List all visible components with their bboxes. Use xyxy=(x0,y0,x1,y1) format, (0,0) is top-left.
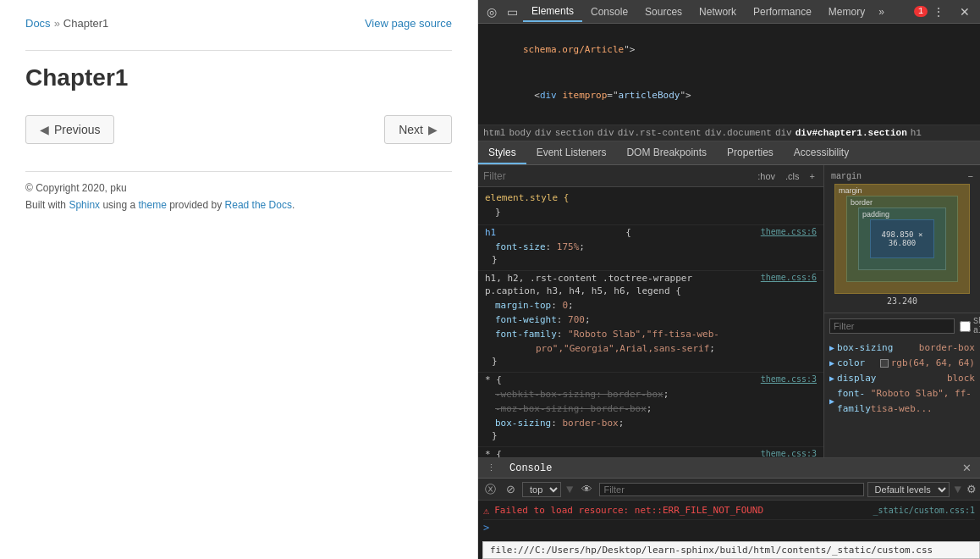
styles-filter-input[interactable] xyxy=(483,170,751,182)
computed-value-box-sizing: border-box xyxy=(919,340,975,356)
path-div[interactable]: div xyxy=(535,128,552,138)
rule-selector-h1h2: h1, h2, .rst-content .toctree-wrapper th… xyxy=(485,273,817,284)
console-close-btn[interactable]: ✕ xyxy=(957,462,977,474)
show-all-checkbox[interactable] xyxy=(960,321,971,332)
box-model-margin-label: margin xyxy=(831,172,862,182)
devtools-close-btn[interactable]: ✕ xyxy=(953,3,977,20)
computed-panel: margin − margin border padding xyxy=(823,165,980,457)
console-menu-btn[interactable]: ⋮ xyxy=(482,461,501,475)
page-divider xyxy=(25,50,452,51)
subtab-event-listeners[interactable]: Event Listeners xyxy=(526,141,617,164)
computed-name-color: color xyxy=(837,356,880,371)
add-style-btn[interactable]: + xyxy=(807,170,818,182)
inspect-icon-btn[interactable]: ◎ xyxy=(482,3,502,20)
path-div2[interactable]: div xyxy=(597,128,614,138)
console-eye-btn[interactable]: 👁 xyxy=(578,481,596,497)
view-source-link[interactable]: View page source xyxy=(365,17,452,30)
prop-margin-top: margin-top: 0; xyxy=(485,298,817,313)
next-button[interactable]: Next ▶ xyxy=(384,115,452,144)
path-h1[interactable]: h1 xyxy=(911,128,922,138)
style-rule-h1: h1 { theme.css:6 font-size: 175%; } xyxy=(478,225,823,271)
console-no-errors-btn[interactable]: ⊘ xyxy=(503,481,519,497)
prop-box-sizing1: box-sizing: border-box; xyxy=(485,416,817,430)
box-model-container: margin − margin border padding xyxy=(824,165,980,313)
rtd-link[interactable]: Read the Docs xyxy=(225,199,292,211)
computed-filter-input[interactable] xyxy=(829,318,955,334)
computed-arrow-icon-4: ▶ xyxy=(829,394,834,409)
computed-prop-box-sizing[interactable]: ▶ box-sizing border-box xyxy=(829,340,975,356)
dom-line-2: <div itemprop="articleBody"> xyxy=(478,73,980,119)
path-chapter1[interactable]: div#chapter1.section xyxy=(796,128,907,138)
path-body[interactable]: body xyxy=(509,128,531,138)
console-level-select[interactable]: Default levels xyxy=(867,482,950,497)
tab-console[interactable]: Console xyxy=(582,3,636,21)
console-filter-input[interactable] xyxy=(599,483,863,496)
console-settings-btn[interactable]: ⚙ xyxy=(966,483,977,495)
devtools-main-area: :hov .cls + element.style { } h1 { xyxy=(478,165,980,457)
box-model-visual: margin border padding 498.850 × 36.800 xyxy=(834,184,970,294)
left-panel: Docs » Chapter1 View page source Chapter… xyxy=(0,0,478,559)
dom-line-1: schema.org/Article"> xyxy=(478,27,980,73)
tab-memory[interactable]: Memory xyxy=(820,3,873,21)
prop-font-family-cont: pro","Georgia",Arial,sans-serif; xyxy=(485,341,817,356)
rule-closing-star1: } xyxy=(485,430,817,441)
styles-panel: :hov .cls + element.style { } h1 { xyxy=(478,165,823,457)
breadcrumb-separator: » xyxy=(54,17,60,30)
path-rst-content[interactable]: div.rst-content xyxy=(618,128,702,138)
breadcrumb-docs-link[interactable]: Docs xyxy=(25,17,51,30)
hov-button[interactable]: :hov xyxy=(754,170,779,182)
show-all-label[interactable]: Show all xyxy=(960,317,980,335)
computed-properties-section: Show all ▶ box-sizing border-box ▶ color… xyxy=(824,313,980,420)
computed-prop-display[interactable]: ▶ display block xyxy=(829,371,975,386)
path-document[interactable]: div.document xyxy=(705,128,772,138)
prev-button[interactable]: ◀ Previous xyxy=(25,115,114,144)
subtab-styles[interactable]: Styles xyxy=(478,141,526,164)
more-tabs-btn[interactable]: » xyxy=(873,4,889,19)
rule-selector-star2: * { theme.css:3 xyxy=(485,449,817,457)
prop-font-weight: font-weight: 700; xyxy=(485,313,817,327)
rule-source-h1h2[interactable]: theme.css:6 xyxy=(761,273,817,284)
subtab-dom-breakpoints[interactable]: DOM Breakpoints xyxy=(616,141,717,164)
computed-filter-bar: Show all xyxy=(829,317,975,335)
rule-source-h1[interactable]: theme.css:6 xyxy=(761,227,817,238)
margin-label: margin xyxy=(839,186,862,195)
computed-prop-color[interactable]: ▶ color rgb(64, 64, 64) xyxy=(829,356,975,371)
devtools-subtabs: Styles Event Listeners DOM Breakpoints P… xyxy=(478,141,980,165)
prop-webkit-box-sizing1: -webkit-box-sizing: border-box; xyxy=(485,387,817,401)
sphinx-link[interactable]: Sphinx xyxy=(69,199,100,211)
tab-elements[interactable]: Elements xyxy=(523,2,582,22)
rule-closing-h1: } xyxy=(485,254,817,265)
more-options-btn[interactable]: ⋮ xyxy=(928,3,950,20)
devtools-topbar: ◎ ▭ Elements Console Sources Network Per… xyxy=(478,0,980,24)
padding-label: padding xyxy=(862,210,889,219)
tab-performance[interactable]: Performance xyxy=(745,3,820,21)
path-div3[interactable]: div xyxy=(775,128,792,138)
box-model-minus-btn[interactable]: − xyxy=(967,172,973,182)
rule-selector-star1: * { theme.css:3 xyxy=(485,374,817,385)
dom-tree: schema.org/Article"> <div itemprop="arti… xyxy=(478,24,980,125)
device-icon-btn[interactable]: ▭ xyxy=(502,3,523,20)
console-tab-label: Console xyxy=(504,462,557,474)
path-section[interactable]: section xyxy=(555,128,594,138)
console-error-source[interactable]: _static/custom.css:1 xyxy=(873,503,975,518)
cls-button[interactable]: .cls xyxy=(782,170,803,182)
content-dims: 498.850 × 36.800 xyxy=(871,230,933,247)
styles-filter-bar: :hov .cls + xyxy=(478,165,823,187)
console-topbar: ⋮ Console ✕ xyxy=(478,458,980,479)
computed-value-font-family: "Roboto Slab", ff-tisa-web... xyxy=(871,386,975,417)
path-html[interactable]: html xyxy=(483,128,505,138)
styles-content: element.style { } h1 { theme.css:6 font-… xyxy=(478,187,823,457)
theme-link[interactable]: theme xyxy=(138,199,166,211)
copyright-text: © Copyright 2020, pku xyxy=(25,182,452,194)
rule-closing-element: } xyxy=(485,205,817,219)
subtab-properties[interactable]: Properties xyxy=(717,141,784,164)
computed-prop-font-family[interactable]: ▶ font-family "Roboto Slab", ff-tisa-web… xyxy=(829,386,975,417)
console-context-select[interactable]: top xyxy=(522,482,561,497)
subtab-accessibility[interactable]: Accessibility xyxy=(784,141,859,164)
rule-source-star1[interactable]: theme.css:3 xyxy=(761,374,817,385)
console-error-text: Failed to load resource: net::ERR_FILE_N… xyxy=(494,503,867,518)
rule-source-star2[interactable]: theme.css:3 xyxy=(761,449,817,457)
tab-sources[interactable]: Sources xyxy=(636,3,691,21)
tab-network[interactable]: Network xyxy=(691,3,745,21)
console-clear-btn[interactable]: ⓧ xyxy=(482,480,499,499)
